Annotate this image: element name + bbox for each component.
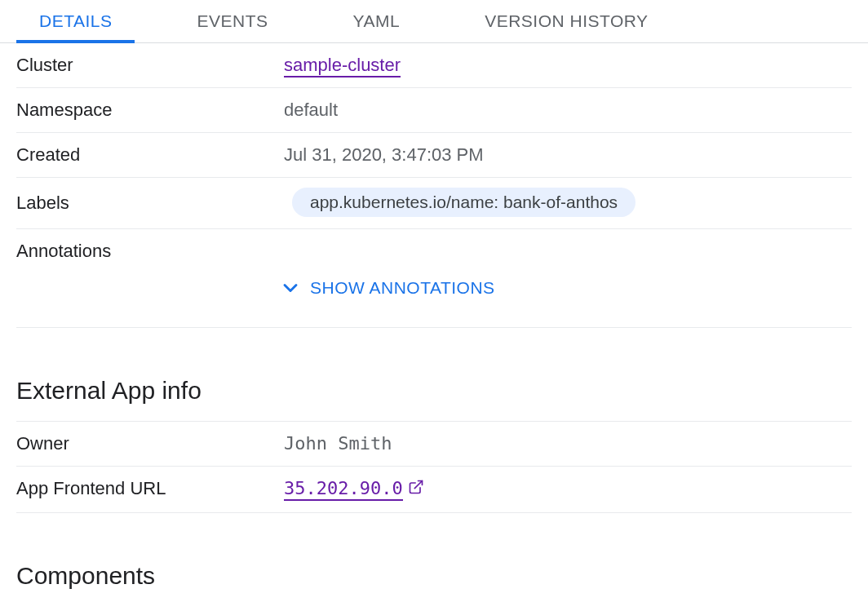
chevron-down-icon	[279, 277, 302, 299]
value-cluster: sample-cluster	[284, 55, 401, 76]
row-namespace: Namespace default	[16, 88, 852, 133]
details-content: Cluster sample-cluster Namespace default…	[0, 43, 868, 602]
label-created: Created	[16, 144, 284, 166]
value-namespace: default	[284, 100, 338, 121]
row-owner: Owner John Smith	[16, 422, 852, 467]
value-owner: John Smith	[284, 433, 392, 454]
tab-events[interactable]: EVENTS	[174, 0, 290, 42]
label-owner: Owner	[16, 433, 284, 454]
show-annotations-label: SHOW ANNOTATIONS	[310, 278, 495, 298]
tab-version-history[interactable]: VERSION HISTORY	[462, 0, 671, 42]
label-namespace: Namespace	[16, 100, 284, 121]
frontend-url-link[interactable]: 35.202.90.0	[284, 478, 403, 501]
cluster-link[interactable]: sample-cluster	[284, 55, 401, 77]
external-app-info-header: External App info	[16, 377, 852, 405]
value-created: Jul 31, 2020, 3:47:03 PM	[284, 144, 484, 166]
svg-line-0	[414, 481, 422, 489]
row-annotations: Annotations SHOW ANNOTATIONS	[16, 229, 852, 328]
label-chip: app.kubernetes.io/name: bank-of-anthos	[292, 188, 636, 217]
row-frontend-url: App Frontend URL 35.202.90.0	[16, 467, 852, 513]
row-created: Created Jul 31, 2020, 3:47:03 PM	[16, 133, 852, 178]
label-cluster: Cluster	[16, 55, 284, 76]
label-frontend-url: App Frontend URL	[16, 478, 284, 499]
row-labels: Labels app.kubernetes.io/name: bank-of-a…	[16, 178, 852, 229]
external-link-icon	[408, 479, 424, 500]
label-annotations: Annotations	[16, 241, 284, 262]
show-annotations-button[interactable]: SHOW ANNOTATIONS	[279, 277, 495, 299]
tab-details[interactable]: DETAILS	[16, 0, 135, 42]
tabs: DETAILS EVENTS YAML VERSION HISTORY	[0, 0, 868, 43]
row-cluster: Cluster sample-cluster	[16, 43, 852, 88]
tab-yaml[interactable]: YAML	[330, 0, 423, 42]
value-labels: app.kubernetes.io/name: bank-of-anthos	[284, 189, 636, 217]
components-header: Components	[16, 562, 852, 590]
label-labels: Labels	[16, 193, 284, 214]
value-frontend-url: 35.202.90.0	[284, 478, 424, 501]
